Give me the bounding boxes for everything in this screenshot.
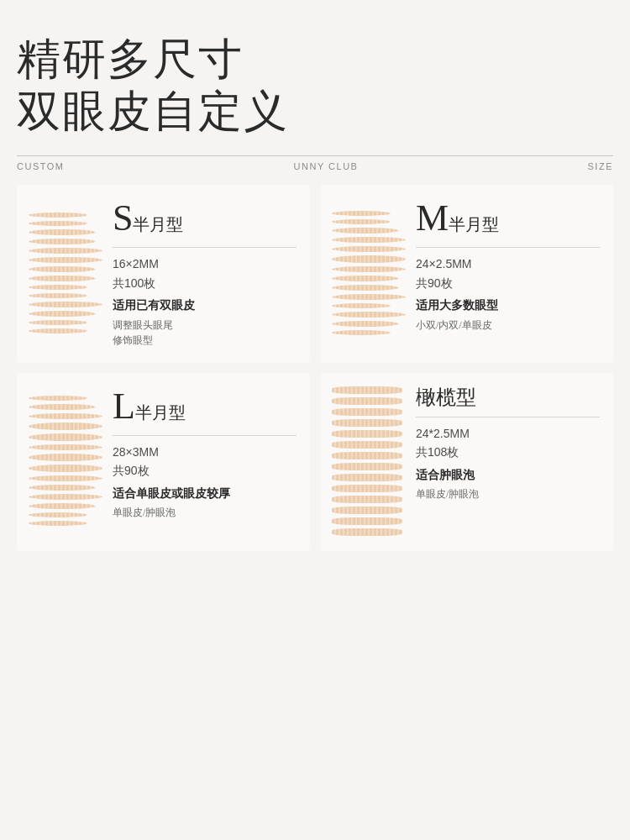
strip-14	[29, 328, 87, 333]
card-l-dimensions: 28×3MM 共90枚	[113, 443, 297, 480]
strip-o-14	[332, 528, 402, 536]
strip-o-2	[332, 397, 402, 405]
strip-7	[29, 266, 96, 272]
strip-10	[29, 293, 87, 298]
card-m-type: 半月型	[449, 215, 499, 234]
card-s-letter: S	[113, 197, 133, 239]
strip-m-14	[332, 330, 391, 335]
card-m: M半月型 24×2.5MM 共90枚 适用大多数眼型 小双/内双/单眼皮	[320, 185, 613, 363]
card-oval-content: 橄榄型 24*2.5MM 共108枚 适合肿眼泡 单眼皮/肿眼泡	[416, 386, 600, 536]
strip-l-6	[29, 444, 102, 450]
card-s-title: S半月型	[113, 198, 297, 239]
card-l-content: L半月型 28×3MM 共90枚 适合单眼皮或眼皮较厚 单眼皮/肿眼泡	[113, 386, 297, 536]
strip-m-9	[332, 285, 399, 291]
card-m-sub-desc: 小双/内双/单眼皮	[416, 318, 600, 333]
subtitle: 双眼皮自定义	[17, 86, 613, 138]
card-s-divider	[113, 247, 297, 248]
card-oval-title: 橄榄型	[416, 386, 600, 408]
strip-4	[29, 239, 96, 244]
strip-2	[29, 221, 87, 226]
nav-size: SIZE	[588, 161, 613, 171]
strip-o-8	[332, 463, 402, 470]
strip-l-13	[29, 512, 87, 517]
strip-l-12	[29, 503, 96, 509]
nav-brand: UNNY CLUB	[294, 161, 359, 171]
card-m-dimensions: 24×2.5MM 共90枚	[416, 255, 600, 292]
card-s-sub-desc: 调整眼头眼尾 修饰眼型	[113, 318, 297, 348]
card-oval-dimensions: 24*2.5MM 共108枚	[416, 424, 600, 462]
card-m-title: M半月型	[416, 198, 600, 239]
strip-m-7	[332, 266, 406, 272]
strip-o-6	[332, 441, 402, 449]
strip-l-10	[29, 485, 96, 491]
nav-bar: CUSTOM UNNY CLUB SIZE	[17, 161, 613, 171]
card-m-main-desc: 适用大多数眼型	[416, 297, 600, 314]
card-l-main-desc: 适合单眼皮或眼皮较厚	[113, 486, 297, 502]
main-title: 精研多尺寸	[17, 34, 613, 86]
strip-o-13	[332, 517, 402, 525]
strip-o-11	[332, 496, 402, 503]
strip-1	[29, 213, 87, 218]
card-s-image	[29, 198, 104, 348]
strip-m-5	[332, 246, 406, 252]
card-l-image	[29, 386, 104, 536]
strip-l-14	[29, 521, 87, 526]
strip-o-9	[332, 474, 402, 481]
strip-l-8	[29, 465, 102, 472]
card-s-main-desc: 适用已有双眼皮	[113, 297, 297, 314]
cards-grid: S半月型 16×2MM 共100枚 适用已有双眼皮 调整眼头眼尾 修饰眼型	[17, 185, 613, 551]
card-s-dimensions: 16×2MM 共100枚	[113, 255, 297, 292]
strip-m-6	[332, 255, 406, 263]
strip-8	[29, 276, 96, 281]
card-oval-divider	[416, 417, 600, 417]
strip-13	[29, 320, 87, 325]
strip-l-11	[29, 494, 102, 500]
card-l-sub-desc: 单眼皮/肿眼泡	[113, 505, 297, 520]
strip-o-1	[332, 386, 402, 394]
strip-9	[29, 285, 87, 290]
card-l-type: 半月型	[135, 403, 186, 422]
strip-l-1	[29, 396, 87, 401]
card-m-letter: M	[416, 197, 449, 239]
strip-m-11	[332, 303, 391, 308]
strip-l-9	[29, 475, 102, 481]
strip-12	[29, 311, 96, 317]
card-m-divider	[416, 247, 600, 248]
strip-o-7	[332, 452, 402, 459]
page-container: 精研多尺寸 双眼皮自定义 CUSTOM UNNY CLUB SIZE	[0, 0, 630, 840]
strip-m-8	[332, 276, 399, 281]
strip-m-3	[332, 228, 399, 234]
strip-o-10	[332, 485, 402, 492]
strip-l-7	[29, 454, 102, 461]
strip-l-2	[29, 404, 96, 410]
card-oval-sub-desc: 单眼皮/肿眼泡	[416, 486, 600, 501]
card-m-image	[332, 198, 407, 348]
card-oval: 橄榄型 24*2.5MM 共108枚 适合肿眼泡 单眼皮/肿眼泡	[320, 373, 613, 551]
strip-o-3	[332, 408, 402, 416]
strip-m-10	[332, 294, 406, 300]
card-l-letter: L	[113, 386, 135, 427]
strip-l-4	[29, 423, 102, 430]
card-l-title: L半月型	[113, 386, 297, 427]
strip-o-5	[332, 430, 402, 438]
strip-3	[29, 229, 96, 235]
card-s-type: 半月型	[133, 215, 183, 234]
nav-custom: CUSTOM	[17, 161, 64, 171]
strip-m-2	[332, 219, 391, 224]
card-oval-image	[332, 386, 407, 536]
strip-o-12	[332, 507, 402, 514]
strip-m-4	[332, 237, 406, 243]
strip-l-3	[29, 413, 102, 419]
strip-m-12	[332, 312, 406, 318]
strip-5	[29, 248, 102, 254]
strip-o-4	[332, 419, 402, 427]
card-oval-main-desc: 适合肿眼泡	[416, 467, 600, 484]
strip-m-1	[332, 211, 391, 216]
card-s: S半月型 16×2MM 共100枚 适用已有双眼皮 调整眼头眼尾 修饰眼型	[17, 185, 310, 363]
card-l: L半月型 28×3MM 共90枚 适合单眼皮或眼皮较厚 单眼皮/肿眼泡	[17, 373, 310, 551]
divider-line	[17, 155, 613, 156]
strip-6	[29, 257, 102, 263]
card-l-divider	[113, 435, 297, 436]
strip-m-13	[332, 321, 399, 327]
card-s-content: S半月型 16×2MM 共100枚 适用已有双眼皮 调整眼头眼尾 修饰眼型	[113, 198, 297, 348]
